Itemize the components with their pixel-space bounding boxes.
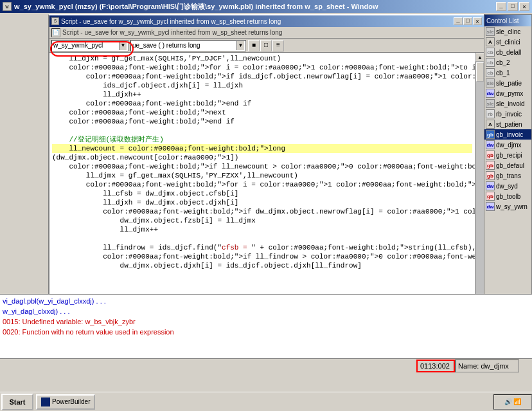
toolbar-btn-1[interactable]: ■ [248,40,260,51]
control-label: dw_pymx [496,90,523,97]
control-item-dw_pymx[interactable]: dwdw_pymx [484,88,531,98]
control-item-rb_invoic[interactable]: rbrb_invoic [484,109,531,119]
control-panel-title: Control List [484,15,531,26]
title-bar: W w_sy_ywmk_pycl (mzsy) (F:\portal\Progr… [0,0,532,13]
toolbar-btn-3[interactable]: ≡ [272,40,284,51]
control-panel: Control List slesle_clincAst_clinicicbcb… [484,14,532,323]
control-item-sle_patie[interactable]: slesle_patie [484,78,531,88]
control-icon-cb: cb [486,48,495,57]
control-icon-cb: cb [486,68,495,77]
script-restore-btn[interactable]: □ [463,17,472,25]
control-icon-st: A [486,37,495,46]
maximize-button[interactable]: □ [508,2,518,11]
control-label: cb_delall [496,49,521,56]
window-icon: W [3,2,12,11]
script-info-icon: 📄 [51,28,60,37]
control-label: cb_1 [496,69,510,77]
output-line: 0020: Function with no return value used… [3,327,529,337]
control-icon-gb: gb [486,151,495,160]
control-label: sle_clinc [496,28,520,35]
control-icon-sle: sle [486,27,495,36]
script-title-bar: S Script - ue_save for w_sy_ywmk_pycl in… [49,15,484,27]
close-button[interactable]: ✕ [519,2,529,11]
event-dropdown-arrow[interactable]: ▼ [236,41,244,50]
control-icon-gb: gb [486,192,495,201]
minimize-button[interactable]: _ [496,2,506,11]
control-icon-gb: gb [486,161,495,170]
output-line: 0015: Undefined variable: w_bs_vbjk_zybr [3,316,529,327]
vertical-scrollbar[interactable]: ▲ ▼ [475,53,484,307]
scroll-up-btn[interactable]: ▲ [475,53,484,62]
toolbar-icon-buttons: ■ □ ≡ [248,40,284,51]
control-icon-sle: sle [486,78,495,87]
control-label: cb_2 [496,59,510,66]
control-icon-st: A [486,120,495,129]
scroll-thumb[interactable] [476,62,484,82]
status-bar: 0113:002 Name: dw_djmx [0,358,532,372]
control-item-gb_toolb[interactable]: gbgb_toolb [484,191,531,201]
control-item-w_sy_ywm[interactable]: dww_sy_ywm [484,201,531,212]
control-item-gb_trans[interactable]: gbgb_trans [484,170,531,181]
cursor-position: 0113:002 [416,360,455,372]
control-label: w_sy_ywm [496,203,528,210]
control-item-gb_defaul[interactable]: gbgb_defaul [484,160,531,170]
control-label: gb_toolb [496,193,520,200]
main-window: W w_sy_ywmk_pycl (mzsy) (F:\portal\Progr… [0,0,532,392]
object-dropdown-value: w_sy_ywmk_pycl [53,42,103,49]
taskbar-item-1[interactable]: PowerBuilder [36,394,95,410]
output-area: vi_dagl.pbl(w_yi_dagl_clxxdj) . . .w_yi_… [0,294,532,358]
control-label: gb_recipi [496,152,522,159]
script-close-btn[interactable]: ✕ [473,17,482,25]
control-item-cb_1[interactable]: cbcb_1 [484,68,531,78]
output-line: w_yi_dagl_clxxdj) . . . [3,306,529,316]
scroll-track[interactable] [475,62,484,298]
control-label: sle_invoid [496,100,524,107]
control-label: rb_invoic [496,111,522,118]
control-icon-dw: dw [486,202,495,211]
control-item-cb_delall[interactable]: cbcb_delall [484,47,531,57]
taskbar-label-1: PowerBuilder [52,398,90,405]
object-dropdown-arrow[interactable]: ▼ [119,41,127,50]
control-item-cb_2[interactable]: cbcb_2 [484,57,531,68]
control-panel-title-text: Control List [486,17,519,24]
start-button[interactable]: Start [1,394,33,410]
control-item-dw_syd[interactable]: dwdw_syd [484,181,531,191]
script-minimize-btn[interactable]: _ [454,17,463,25]
control-label: st_patien [496,121,522,128]
control-label: gb_invoic [496,131,523,138]
control-item-sle_invoid[interactable]: slesle_invoid [484,98,531,109]
control-item-dw_djmx[interactable]: dwdw_djmx [484,140,531,150]
taskbar-icon-1 [41,397,50,406]
control-item-gb_recipi[interactable]: gbgb_recipi [484,150,531,160]
control-item-st_clinici[interactable]: Ast_clinici [484,37,531,47]
script-title-btns: _ □ ✕ [454,17,482,25]
control-icon-dw: dw [486,140,495,149]
control-list[interactable]: slesle_clincAst_clinicicbcb_delallcbcb_2… [484,26,531,322]
control-icon-gb: gb [486,130,495,139]
script-editor-window: S Script - ue_save for w_sy_ywmk_pycl in… [48,14,485,323]
system-tray: 🔊 📶 [493,394,532,410]
control-label: dw_syd [496,183,518,190]
script-info-text: Script - ue_save for w_sy_ywmk_pycl inhe… [62,29,282,36]
code-editor[interactable]: ll_djxh = gf_get_max(SQLHIS,'PY_DJCF',ll… [49,53,475,307]
script-info-bar: 📄 Script - ue_save for w_sy_ywmk_pycl in… [49,27,484,39]
toolbar-btn-2[interactable]: □ [260,40,272,51]
code-container: ll_djxh = gf_get_max(SQLHIS,'PY_DJCF',ll… [49,53,484,307]
title-bar-buttons: _ □ ✕ [496,2,529,11]
control-label: sle_patie [496,80,522,87]
control-item-st_patien[interactable]: Ast_patien [484,119,531,129]
control-item-gb_invoic[interactable]: gbgb_invoic [484,129,531,140]
control-icon-cb: cb [486,58,495,67]
script-icon: S [51,17,59,25]
output-line: vi_dagl.pbl(w_yi_dagl_clxxdj) . . . [3,296,529,306]
control-item-sle_clinc[interactable]: slesle_clinc [484,26,531,37]
taskbar: Start PowerBuilder 🔊 📶 [0,392,532,411]
control-label: gb_defaul [496,162,524,169]
object-dropdown[interactable]: w_sy_ywmk_pycl ▼ [51,40,129,51]
control-label: st_clinici [496,39,520,46]
control-icon-dw: dw [486,89,495,98]
control-icon-rb: rb [486,109,495,118]
control-icon-dw: dw [486,181,495,190]
event-dropdown[interactable]: ue_save ( ) returns long ▼ [130,40,246,51]
event-dropdown-value: ue_save ( ) returns long [132,42,200,49]
